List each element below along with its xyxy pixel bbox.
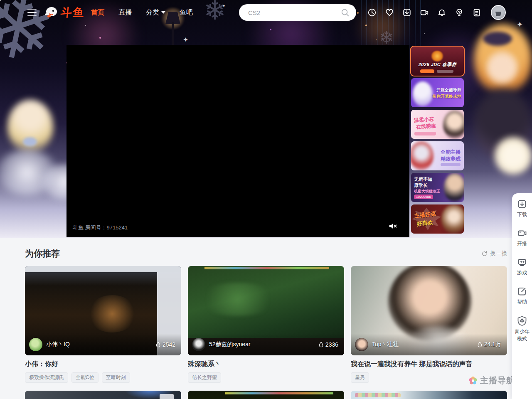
promo-banner-senior[interactable]: 无所不知 原学长 机密大坝猛攻王 10200986 [411,173,464,202]
youth-shield-icon [517,315,527,326]
stream-thumbnail[interactable] [188,391,344,399]
streamer-avatar [192,338,205,351]
nav-live[interactable]: 直播 [118,8,132,17]
user-avatar[interactable] [491,5,506,20]
sparkle-star: ✦ [183,36,188,44]
stream-card-partial[interactable] [351,391,507,399]
promo-banner-jdc[interactable]: 2026 JDC 春季赛 [411,47,464,76]
stream-thumbnail[interactable]: 52赫兹的synear 2336 [188,266,344,355]
stream-title[interactable]: 殊深驰系丶 [188,360,344,369]
stream-card[interactable]: 52赫兹的synear 2336 殊深驰系丶 信长之野望 [188,266,344,383]
video-player[interactable]: 斗鱼 房间号：9715241 [66,45,409,237]
nav-categories[interactable]: 分类 [146,8,165,17]
broadcast-camera-icon [517,228,527,238]
toolbar-youth-mode[interactable]: 青少年模式 [513,315,531,342]
streamer-name: 52赫兹的synear [209,341,318,348]
trophy-graphic [431,51,444,62]
toolbar-broadcast[interactable]: 开播 [513,228,531,247]
tag[interactable]: 星秀 [351,372,369,383]
plush-bow [23,137,37,146]
toolbar-label: 帮助 [514,298,530,305]
toolbar-games[interactable]: 游戏 [513,257,531,276]
promo-banner-allround[interactable]: 全能主播 精致养成 [411,141,464,170]
banner-title-2: 原学长 [414,182,428,189]
toolbar-download[interactable]: 下载 [513,199,531,218]
refresh-button[interactable]: 换一换 [481,250,507,257]
camera-icon[interactable] [420,8,429,17]
stream-title[interactable]: 小伟：你好 [25,360,181,369]
banner-title: 无所不知 [414,176,432,182]
tag[interactable]: 全能C位 [71,372,99,383]
recommend-section-title: 为你推荐 [25,248,60,259]
stream-card-partial[interactable] [188,391,344,399]
thumb-torch-glow [87,295,137,332]
banner-subtitle: 好喜欢 [416,219,433,228]
hamburger-menu-icon[interactable] [27,9,37,16]
stream-info-overlay: 52赫兹的synear 2336 [188,334,344,355]
banner-pill [420,69,434,73]
flame-icon [155,342,161,348]
lightbulb-icon[interactable] [455,8,464,17]
stream-thumbnail[interactable]: Top丶壮壮 24.1万 [351,266,507,355]
promo-banner-rail: 2026 JDC 春季赛 开服全能导师 带你开荒终末地 温柔小芯 在线唠嗑 全能… [411,47,464,236]
banner-title: 开服全能导师 [436,87,461,93]
stream-card-partial[interactable] [25,391,181,399]
chevron-down-icon [161,11,165,14]
search-icon[interactable] [340,8,350,17]
stream-info-overlay: Top丶壮壮 24.1万 [351,334,507,355]
stream-tags: 信长之野望 [188,372,344,383]
nav-fishbar[interactable]: 鱼吧 [180,8,193,17]
anime-girl-sunglasses [483,32,512,46]
stream-info-overlay: 小伟丶IQ 2542 [25,334,181,355]
banner-photo [443,111,464,139]
search-input[interactable] [248,9,340,16]
bell-icon[interactable] [437,8,446,17]
banner-subtitle: 带你开荒终末地 [432,94,461,99]
history-icon[interactable] [367,8,377,17]
room-number-label: 斗鱼 房间号：9715241 [73,224,128,232]
download-icon [517,199,527,209]
speaker-muted-icon[interactable] [389,222,398,230]
douyu-logo[interactable]: 斗鱼 [45,5,85,20]
toolbar-help[interactable]: 帮助 [513,286,531,305]
tag[interactable]: 极致操作流源氏 [25,372,68,383]
banner-subtext [437,70,453,73]
banner-subtitle: 在线唠嗑 [416,122,436,131]
streamer-name: 小伟丶IQ [46,341,155,348]
stream-title[interactable]: 我在说一遍我没有养牛 那是我说话的声音 [351,360,507,369]
thumb-killfeed [225,392,333,394]
clipboard-icon[interactable] [472,8,481,17]
banner-subtitle: 机密大坝猛攻王 [414,189,440,194]
promo-banner-foxgirl[interactable]: 主播好菜 好喜欢 [411,204,464,234]
tag[interactable]: 至暗时刻 [102,372,130,383]
stream-tags: 极致操作流源氏 全能C位 至暗时刻 [25,372,181,383]
viewer-count: 2336 [318,341,338,348]
streamer-name: Top丶壮壮 [372,341,477,348]
stream-card[interactable]: Top丶壮壮 24.1万 我在说一遍我没有养牛 那是我说话的声音 星秀 [351,266,507,383]
stream-thumbnail[interactable] [351,391,507,399]
tag[interactable]: 信长之野望 [188,372,221,383]
promo-banner-endfield[interactable]: 开服全能导师 带你开荒终末地 [411,78,464,107]
refresh-icon [481,251,488,257]
toolbar-label: 开播 [514,240,530,247]
download-icon[interactable] [402,8,411,17]
watermark-text: 主播导航 [480,375,515,386]
edit-help-icon [517,286,527,296]
stream-thumbnail[interactable]: 小伟丶IQ 2542 [25,266,181,355]
flower-logo-icon [468,376,478,386]
promo-banner-xiaoxin[interactable]: 温柔小芯 在线唠嗑 [411,110,464,139]
stream-thumbnail[interactable] [25,391,181,399]
banner-subtitle: 精致养成 [441,155,461,163]
heart-icon[interactable] [385,8,394,17]
side-toolbar: 下载 开播 游戏 帮助 青少年模式 [512,193,532,399]
stream-card[interactable]: 小伟丶IQ 2542 小伟：你好 极致操作流源氏 全能C位 至暗时刻 [25,266,181,383]
banner-pill [441,163,461,166]
nav-home[interactable]: 首页 [91,8,104,17]
thumb-browser-bar [25,266,181,272]
toolbar-label: 下载 [514,211,530,218]
streamer-avatar [355,338,368,351]
viewer-count: 24.1万 [477,341,501,348]
main-nav: 首页 直播 分类 鱼吧 [91,0,193,25]
search-bar[interactable] [239,4,356,21]
toolbar-label: 游戏 [514,269,530,276]
